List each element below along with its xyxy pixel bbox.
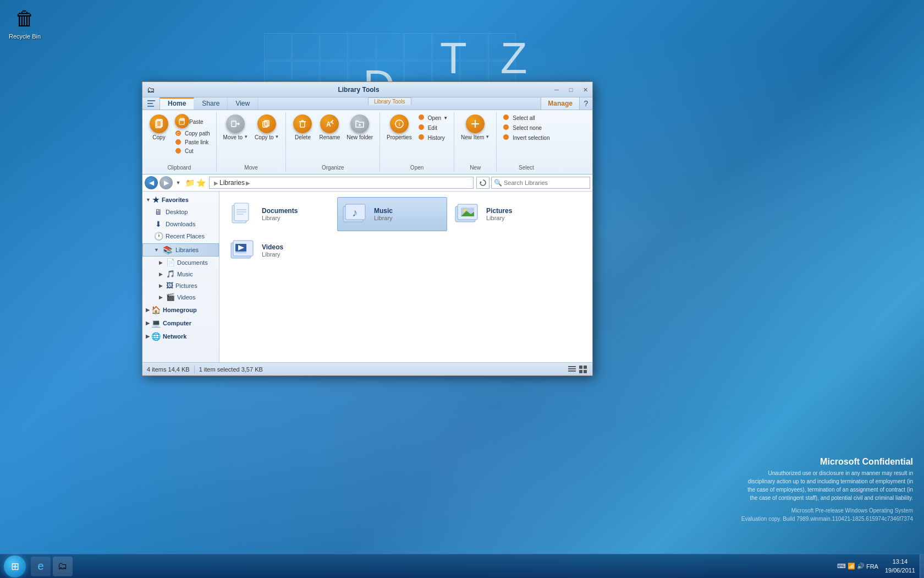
sidebar-item-downloads[interactable]: ⬇ Downloads (142, 218, 219, 230)
sidebar-item-pictures[interactable]: ▶ 🖼 Pictures (142, 280, 219, 291)
paste-link-label: Paste link (185, 139, 208, 145)
taskbar: e 🗂 ⌨ 📶 🔊 FRA 13:14 19/06/2011 (0, 554, 924, 578)
taskbar-ie-button[interactable]: e (31, 557, 51, 576)
sidebar-item-music[interactable]: ▶ 🎵 Music (142, 268, 219, 280)
minimize-button[interactable]: ─ (549, 82, 564, 97)
status-bar: 4 items 14,4 KB 1 item selected 3,57 KB (142, 362, 592, 375)
documents-file-type: Library (262, 215, 298, 221)
close-button[interactable]: ✕ (578, 82, 592, 97)
pictures-label: Pictures (175, 282, 197, 289)
back-button[interactable]: ◀ (145, 176, 158, 189)
move-to-arrow: ▼ (244, 134, 248, 139)
downloads-label: Downloads (166, 221, 195, 227)
ms-confidential-block: Microsoft Confidential Unauthorized use … (741, 457, 913, 523)
address-path[interactable]: ▶ Libraries ▶ (209, 177, 474, 189)
select-none-label: Select none (513, 125, 542, 131)
svg-text:i: i (399, 121, 400, 127)
pictures-icon: 🖼 (166, 281, 173, 290)
sidebar-item-desktop[interactable]: 🖥 Desktop (142, 206, 219, 218)
recent-locations-button[interactable]: ▼ (174, 176, 182, 189)
new-item-button[interactable]: New Item ▼ (459, 113, 492, 141)
maximize-button[interactable]: □ (564, 82, 578, 97)
sidebar-computer-header[interactable]: ▶ 💻 Computer (142, 317, 219, 329)
sidebar-item-recent-places[interactable]: 🕐 Recent Places (142, 230, 219, 242)
delete-button[interactable]: Delete (290, 113, 315, 141)
view-list-button[interactable] (567, 364, 577, 374)
forward-button[interactable]: ▶ (160, 176, 173, 189)
svg-rect-56 (579, 370, 582, 373)
select-none-button[interactable]: Select none (501, 123, 551, 132)
svg-rect-1 (147, 103, 153, 104)
new-folder-button[interactable]: New folder (344, 113, 375, 141)
volume-icon: 🔊 (857, 563, 865, 570)
taskbar-explorer-button[interactable]: 🗂 (53, 557, 73, 576)
file-item-documents[interactable]: Documents Library (225, 197, 335, 231)
taskbar-clock[interactable]: 13:14 19/06/2011 (881, 558, 920, 575)
show-desktop-button[interactable] (920, 554, 924, 579)
cut-button[interactable]: Cut (173, 146, 212, 155)
cut-label: Cut (185, 148, 194, 154)
copy-to-button[interactable]: Copy to ▼ (252, 113, 281, 141)
file-item-pictures[interactable]: Pictures Library (449, 197, 559, 231)
svg-rect-52 (568, 368, 576, 369)
refresh-button[interactable] (476, 177, 490, 189)
ribbon-group-organize: Delete A Rename (286, 112, 380, 172)
file-item-videos[interactable]: Videos Library (225, 233, 335, 268)
copy-path-button[interactable]: C Copy path (173, 129, 212, 138)
select-none-icon (503, 124, 510, 132)
library-tools-tab: Library Tools (368, 97, 411, 105)
open-label: Open (428, 115, 441, 121)
view-details-button[interactable] (578, 364, 588, 374)
homegroup-icon: 🏠 (151, 306, 161, 314)
paste-button[interactable]: Paste (173, 113, 212, 129)
clipboard-items: Copy Paste (147, 113, 212, 171)
sidebar-item-documents[interactable]: ▶ 📄 Documents (142, 257, 219, 268)
help-button[interactable]: ? (579, 97, 592, 110)
history-button[interactable]: History (416, 133, 449, 142)
tab-home[interactable]: Home (160, 97, 194, 110)
sidebar-favorites-header[interactable]: ▼ ★ Favorites (142, 194, 219, 206)
svg-rect-6 (180, 118, 184, 121)
sidebar-homegroup-header[interactable]: ▶ 🏠 Homegroup (142, 304, 219, 316)
start-button[interactable] (0, 554, 30, 579)
nav-drawer-button[interactable] (142, 97, 160, 110)
sidebar: ▼ ★ Favorites 🖥 Desktop ⬇ Downloads 🕐 (142, 192, 219, 362)
recycle-bin[interactable]: 🗑 Recycle Bin (6, 6, 44, 40)
rename-button[interactable]: A Rename (317, 113, 342, 141)
new-item-label-row: New Item ▼ (461, 133, 490, 140)
address-libraries[interactable]: Libraries (219, 179, 245, 187)
tab-view[interactable]: View (228, 97, 258, 110)
sidebar-item-videos[interactable]: ▶ 🎬 Videos (142, 291, 219, 303)
ribbon-content: Copy Paste (142, 110, 592, 175)
sidebar-libraries-header[interactable]: ▼ 📚 Libraries (142, 243, 219, 257)
new-item-icon (466, 114, 485, 133)
breadcrumb-star-icon: ⭐ (196, 178, 206, 187)
move-to-button[interactable]: Move to ▼ (221, 113, 251, 141)
copy-button[interactable]: Copy (147, 113, 171, 141)
search-bar[interactable]: 🔍 (491, 177, 590, 189)
breadcrumb-folder-icon: 📁 (185, 178, 195, 187)
copy-path-icon: C (175, 129, 183, 137)
tab-manage[interactable]: Manage (541, 97, 579, 110)
edit-button[interactable]: Edit (416, 123, 449, 132)
file-item-music[interactable]: ♪ Music Library (337, 197, 447, 231)
search-input[interactable] (504, 179, 587, 186)
select-all-icon (503, 114, 510, 122)
svg-text:A: A (326, 121, 331, 128)
copy-to-icon (257, 114, 276, 133)
paste-link-button[interactable]: Paste link (173, 138, 212, 146)
address-chevron-2: ▶ (246, 180, 250, 186)
address-chevron-1: ▶ (214, 180, 218, 186)
tab-share[interactable]: Share (194, 97, 228, 110)
move-items: Move to ▼ Copy to ▼ (221, 113, 282, 171)
explorer-window: 🗂 Library Tools ─ □ ✕ Home Share View Ma… (142, 81, 593, 376)
select-all-button[interactable]: Select all (501, 113, 551, 122)
search-magnifier-icon: 🔍 (494, 179, 502, 187)
sidebar-network-header[interactable]: ▶ 🌐 Network (142, 330, 219, 342)
documents-file-info: Documents Library (262, 207, 298, 221)
history-icon (418, 134, 426, 141)
open-button[interactable]: Open ▼ (416, 113, 449, 122)
properties-button[interactable]: i Properties (384, 113, 414, 141)
file-area: Documents Library ♪ (219, 192, 592, 362)
invert-selection-button[interactable]: Invert selection (501, 133, 551, 142)
